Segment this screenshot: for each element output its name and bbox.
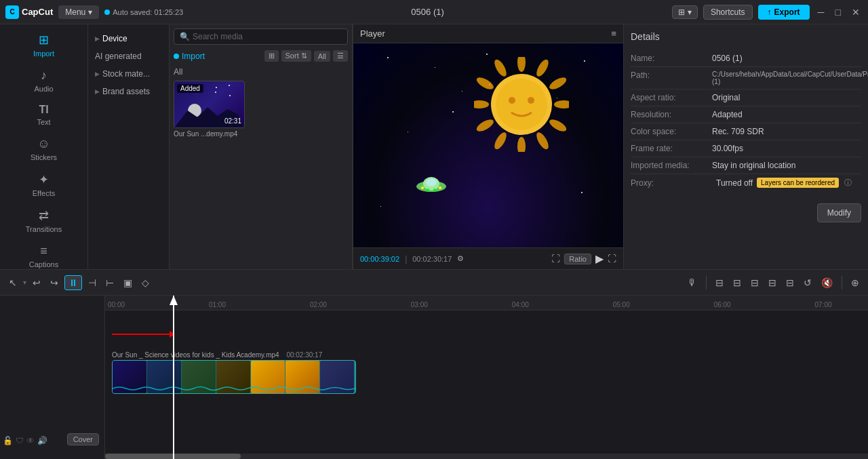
split-button[interactable]: ⏸ [64, 275, 82, 290]
player-menu-button[interactable]: ≡ [611, 28, 616, 39]
media-content: 🔍 Import ⊞ Sort ⇅ All [170, 24, 352, 269]
undo-button[interactable]: ↩ [29, 276, 44, 290]
nav-item-effects[interactable]: ✦ Effects [0, 167, 87, 203]
player-title: Player [360, 28, 385, 39]
track-clip[interactable] [112, 360, 356, 394]
settings-button[interactable]: ⚙ [457, 254, 464, 263]
detail-name-row: Name: 0506 (1) [631, 50, 861, 67]
importedmedia-label: Imported media: [631, 161, 712, 170]
star [229, 95, 231, 96]
sort-button[interactable]: Sort ⇅ [281, 50, 311, 62]
eye-icon: 👁 [26, 436, 35, 445]
fullscreen-icon[interactable]: ⛶ [551, 254, 560, 264]
export-button[interactable]: ↑ Export [758, 5, 810, 20]
cat-label-device: Device [102, 34, 127, 43]
cat-item-stock[interactable]: ▶ Stock mate... [88, 65, 169, 83]
proxy-value: Turned off [716, 178, 753, 188]
project-name: 0506 (1) [189, 7, 667, 17]
name-label: Name: [631, 54, 712, 63]
fit-track-button[interactable]: ⊟ [712, 276, 727, 290]
svg-point-15 [509, 97, 515, 104]
svg-point-6 [534, 131, 551, 151]
time-current: 00:00:39:02 [360, 255, 399, 263]
layout-icon: ⊞ [678, 7, 685, 17]
space-star [380, 206, 381, 207]
menu-button[interactable]: Menu ▾ [58, 5, 99, 19]
cat-arrow-stock: ▶ [95, 71, 100, 77]
close-button[interactable]: ✕ [849, 7, 863, 18]
select-tool-button[interactable]: ↖ [5, 276, 20, 290]
main-track-button[interactable]: ⊟ [747, 276, 762, 290]
name-value: 0506 (1) [712, 54, 861, 63]
all-filter-button[interactable]: All [314, 51, 330, 62]
layout-selector[interactable]: ⊞ ▾ [672, 5, 698, 19]
ruler-mark-0: 00:00 [108, 301, 158, 308]
group-button[interactable]: ⊟ [783, 276, 797, 290]
nav-label-import: Import [33, 49, 54, 58]
nav-item-text[interactable]: TI Text [0, 98, 87, 132]
ratio-button[interactable]: Ratio [564, 254, 591, 264]
nav-label-stickers: Stickers [31, 153, 57, 161]
cat-item-brand[interactable]: ▶ Brand assets [88, 83, 169, 100]
star [216, 87, 217, 88]
loop-button[interactable]: ↺ [800, 276, 815, 290]
svg-point-4 [554, 100, 569, 108]
player-panel: Player ≡ [353, 24, 624, 269]
maximize-button[interactable]: □ [833, 7, 844, 18]
stickers-icon: ☺ [37, 137, 50, 151]
mic-button[interactable]: 🎙 [684, 276, 701, 290]
playhead[interactable] [173, 296, 174, 459]
media-item[interactable]: Added 02:31 Our Sun ...demy.mp4 [174, 81, 245, 138]
clip-speed-button[interactable]: ⊟ [730, 276, 745, 290]
nav-item-import[interactable]: ⊞ Import [0, 27, 87, 63]
cat-item-device[interactable]: ▶ Device [88, 30, 169, 47]
zoom-fit-button[interactable]: ⊕ [848, 276, 863, 290]
ruler-mark-3 [259, 301, 309, 308]
trim-right-button[interactable]: ⊢ [102, 276, 117, 290]
space-star [581, 192, 583, 193]
track-label: Our Sun _ Science videos for kids _ Kids… [112, 351, 451, 359]
colorspace-value: Rec. 709 SDR [712, 127, 861, 136]
captions-icon: ≡ [40, 244, 47, 258]
ruler-mark-10: 05:00 [613, 301, 663, 308]
import-button[interactable]: Import [174, 52, 205, 61]
nav-item-stickers[interactable]: ☺ Stickers [0, 132, 87, 167]
nav-item-transitions[interactable]: ⇄ Transitions [0, 203, 87, 239]
text-icon: TI [39, 104, 48, 116]
trim-left-button[interactable]: ⊣ [85, 276, 100, 290]
grid-view-button[interactable]: ⊞ [264, 50, 279, 62]
link-button[interactable]: ⊟ [765, 276, 780, 290]
timeline-scrollbar[interactable] [105, 454, 868, 459]
search-input[interactable] [193, 32, 342, 41]
svg-point-11 [475, 75, 495, 92]
mark-button[interactable]: ◇ [138, 276, 153, 290]
cat-item-ai[interactable]: AI generated [88, 47, 169, 65]
ruler-mark-13 [764, 301, 814, 308]
nav-label-effects: Effects [33, 189, 55, 197]
fullscreen-expand-button[interactable]: ⛶ [608, 254, 616, 264]
menu-chevron-icon: ▾ [88, 7, 92, 17]
mute-button[interactable]: 🔇 [818, 276, 836, 290]
cat-label-brand: Brand assets [102, 87, 150, 96]
media-toolbar: Import ⊞ Sort ⇅ All ☰ [174, 50, 348, 62]
volume-icon: 🔊 [37, 436, 47, 445]
bottom-area: ↖ ▾ ↩ ↪ ⏸ ⊣ ⊢ ▣ ◇ 🎙 ⊟ ⊟ ⊟ ⊟ ⊟ ↺ 🔇 ⊕ 🔓 🛡 [0, 269, 868, 459]
time-total: 00:02:30:17 [412, 255, 452, 263]
cover-button[interactable]: Cover [67, 433, 99, 445]
modify-button[interactable]: Modify [817, 203, 861, 222]
player-header-right: ≡ [611, 28, 616, 39]
filter-options-button[interactable]: ☰ [333, 50, 348, 62]
redo-button[interactable]: ↪ [47, 276, 62, 290]
nav-item-audio[interactable]: ♪ Audio [0, 63, 87, 98]
svg-point-22 [433, 188, 436, 191]
player-header: Player ≡ [353, 24, 623, 43]
minimize-button[interactable]: ─ [815, 7, 827, 18]
play-button[interactable]: ▶ [595, 252, 604, 265]
autosave-indicator: Auto saved: 01:25:23 [104, 8, 183, 16]
nav-label-text: Text [37, 118, 50, 126]
svg-point-12 [492, 58, 509, 78]
crop-button[interactable]: ▣ [120, 276, 136, 290]
nav-item-captions[interactable]: ≡ Captions [0, 239, 87, 269]
detail-resolution-row: Resolution: Adapted [631, 106, 861, 123]
shortcuts-button[interactable]: Shortcuts [703, 5, 753, 20]
